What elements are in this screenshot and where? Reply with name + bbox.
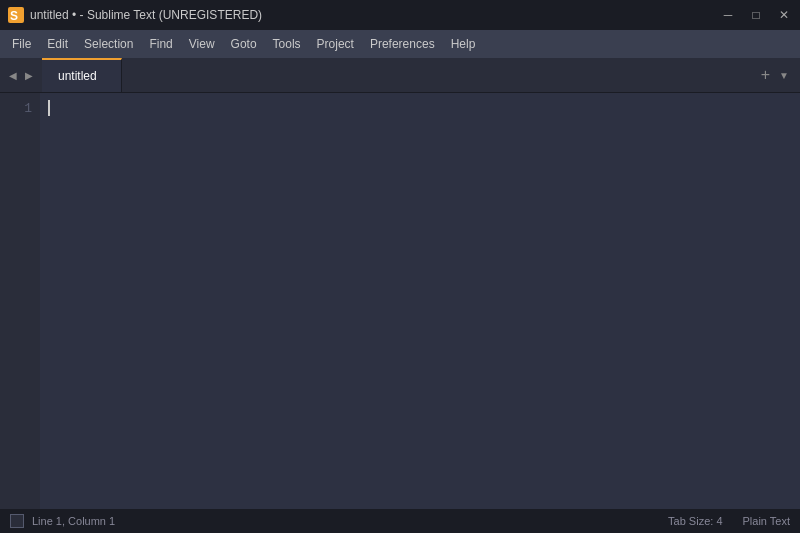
tab-untitled[interactable]: untitled xyxy=(42,58,122,92)
add-tab-button[interactable]: + xyxy=(761,67,770,83)
app-icon: S xyxy=(8,7,24,23)
tab-bar: ◀ ▶ untitled + ▼ xyxy=(0,58,800,93)
menu-item-tools[interactable]: Tools xyxy=(265,33,309,55)
cursor-position: Line 1, Column 1 xyxy=(32,515,115,527)
line-number-gutter: 1 xyxy=(0,93,40,509)
menu-item-file[interactable]: File xyxy=(4,33,39,55)
tab-bar-right: + ▼ xyxy=(753,58,800,92)
menu-item-help[interactable]: Help xyxy=(443,33,484,55)
tab-nav-prev-button[interactable]: ◀ xyxy=(6,68,20,83)
menu-bar: FileEditSelectionFindViewGotoToolsProjec… xyxy=(0,30,800,58)
main-area: 1 xyxy=(0,93,800,509)
status-bar-right: Tab Size: 4 Plain Text xyxy=(668,515,790,527)
menu-item-preferences[interactable]: Preferences xyxy=(362,33,443,55)
line-number: 1 xyxy=(0,99,32,119)
title-bar-left: S untitled • - Sublime Text (UNREGISTERE… xyxy=(8,7,262,23)
menu-item-find[interactable]: Find xyxy=(141,33,180,55)
title-text: untitled • - Sublime Text (UNREGISTERED) xyxy=(30,8,262,22)
tabs-container: untitled xyxy=(42,58,753,92)
syntax-indicator[interactable]: Plain Text xyxy=(743,515,791,527)
close-button[interactable]: ✕ xyxy=(776,9,792,21)
editor-area[interactable] xyxy=(40,93,800,509)
status-bar-left: Line 1, Column 1 xyxy=(10,514,115,528)
menu-item-goto[interactable]: Goto xyxy=(223,33,265,55)
svg-text:S: S xyxy=(10,9,18,23)
tab-nav-left: ◀ ▶ xyxy=(0,58,42,92)
maximize-button[interactable]: □ xyxy=(748,9,764,21)
text-cursor xyxy=(48,100,50,116)
title-bar-controls: ─ □ ✕ xyxy=(720,9,792,21)
title-bar: S untitled • - Sublime Text (UNREGISTERE… xyxy=(0,0,800,30)
status-bar: Line 1, Column 1 Tab Size: 4 Plain Text xyxy=(0,509,800,533)
tab-label: untitled xyxy=(58,69,97,83)
menu-item-project[interactable]: Project xyxy=(309,33,362,55)
menu-item-edit[interactable]: Edit xyxy=(39,33,76,55)
tab-size-indicator[interactable]: Tab Size: 4 xyxy=(668,515,722,527)
tab-nav-next-button[interactable]: ▶ xyxy=(22,68,36,83)
tab-options-button[interactable]: ▼ xyxy=(776,68,792,83)
minimize-button[interactable]: ─ xyxy=(720,9,736,21)
menu-item-view[interactable]: View xyxy=(181,33,223,55)
menu-item-selection[interactable]: Selection xyxy=(76,33,141,55)
status-checkbox[interactable] xyxy=(10,514,24,528)
